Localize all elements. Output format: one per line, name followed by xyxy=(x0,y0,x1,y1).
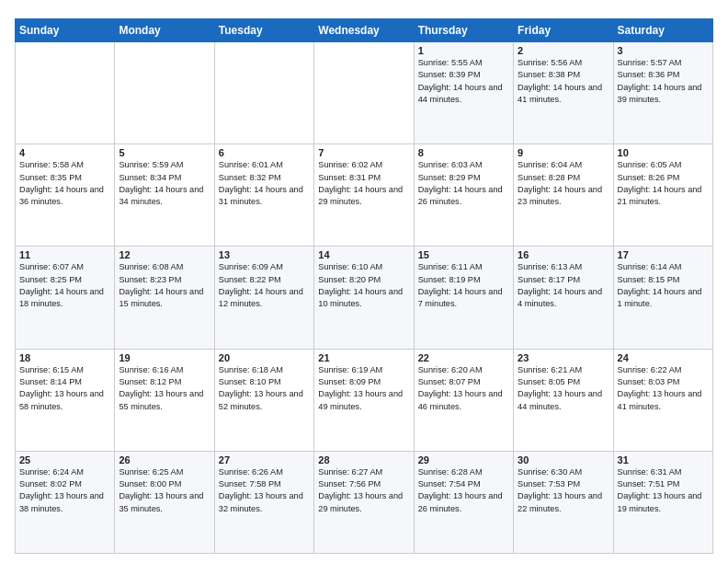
calendar-cell: 16Sunrise: 6:13 AMSunset: 8:17 PMDayligh… xyxy=(514,247,613,349)
calendar-cell: 30Sunrise: 6:30 AMSunset: 7:53 PMDayligh… xyxy=(514,451,613,553)
day-number: 11 xyxy=(19,249,110,260)
day-info: Sunrise: 6:15 AMSunset: 8:14 PMDaylight:… xyxy=(19,364,110,413)
day-info: Sunrise: 6:02 AMSunset: 8:31 PMDaylight:… xyxy=(318,159,409,208)
day-number: 18 xyxy=(19,352,110,363)
day-number: 2 xyxy=(518,45,609,56)
day-info: Sunrise: 6:08 AMSunset: 8:23 PMDaylight:… xyxy=(119,261,210,310)
day-number: 29 xyxy=(418,454,509,465)
day-info: Sunrise: 5:58 AMSunset: 8:35 PMDaylight:… xyxy=(19,159,110,208)
calendar-cell: 3Sunrise: 5:57 AMSunset: 8:36 PMDaylight… xyxy=(613,42,712,144)
day-number: 28 xyxy=(318,454,409,465)
day-number: 17 xyxy=(618,249,709,260)
day-number: 16 xyxy=(518,249,609,260)
calendar-cell: 13Sunrise: 6:09 AMSunset: 8:22 PMDayligh… xyxy=(214,247,313,349)
calendar-cell: 1Sunrise: 5:55 AMSunset: 8:39 PMDaylight… xyxy=(414,42,513,144)
calendar-week-row: 18Sunrise: 6:15 AMSunset: 8:14 PMDayligh… xyxy=(16,349,713,451)
calendar-cell: 8Sunrise: 6:03 AMSunset: 8:29 PMDaylight… xyxy=(414,144,513,247)
day-number: 5 xyxy=(119,147,210,158)
day-info: Sunrise: 6:27 AMSunset: 7:56 PMDaylight:… xyxy=(318,466,409,515)
calendar-cell: 21Sunrise: 6:19 AMSunset: 8:09 PMDayligh… xyxy=(314,349,414,451)
day-info: Sunrise: 6:19 AMSunset: 8:09 PMDaylight:… xyxy=(318,364,409,413)
day-info: Sunrise: 6:16 AMSunset: 8:12 PMDaylight:… xyxy=(119,364,210,413)
day-info: Sunrise: 6:03 AMSunset: 8:29 PMDaylight:… xyxy=(418,159,509,208)
calendar-cell: 19Sunrise: 6:16 AMSunset: 8:12 PMDayligh… xyxy=(115,349,214,451)
weekday-header: Friday xyxy=(514,19,613,42)
day-info: Sunrise: 6:10 AMSunset: 8:20 PMDaylight:… xyxy=(318,261,409,310)
day-info: Sunrise: 6:14 AMSunset: 8:15 PMDaylight:… xyxy=(618,261,709,310)
day-info: Sunrise: 6:04 AMSunset: 8:28 PMDaylight:… xyxy=(518,159,609,208)
header: General Blue xyxy=(15,13,713,15)
calendar-cell: 17Sunrise: 6:14 AMSunset: 8:15 PMDayligh… xyxy=(613,247,712,349)
calendar-cell: 2Sunrise: 5:56 AMSunset: 8:38 PMDaylight… xyxy=(514,42,613,144)
day-number: 21 xyxy=(318,352,409,363)
day-info: Sunrise: 6:25 AMSunset: 8:00 PMDaylight:… xyxy=(119,466,210,515)
calendar-header-row: SundayMondayTuesdayWednesdayThursdayFrid… xyxy=(16,19,713,42)
weekday-header: Sunday xyxy=(16,19,115,42)
calendar-week-row: 11Sunrise: 6:07 AMSunset: 8:25 PMDayligh… xyxy=(16,247,713,349)
day-info: Sunrise: 6:13 AMSunset: 8:17 PMDaylight:… xyxy=(518,261,609,310)
day-number: 6 xyxy=(219,147,310,158)
weekday-header: Saturday xyxy=(613,19,712,42)
day-number: 20 xyxy=(219,352,310,363)
calendar-week-row: 4Sunrise: 5:58 AMSunset: 8:35 PMDaylight… xyxy=(16,144,713,247)
calendar-cell: 14Sunrise: 6:10 AMSunset: 8:20 PMDayligh… xyxy=(314,247,414,349)
day-number: 30 xyxy=(518,454,609,465)
calendar-cell: 23Sunrise: 6:21 AMSunset: 8:05 PMDayligh… xyxy=(514,349,613,451)
calendar-cell: 9Sunrise: 6:04 AMSunset: 8:28 PMDaylight… xyxy=(514,144,613,247)
day-info: Sunrise: 5:56 AMSunset: 8:38 PMDaylight:… xyxy=(518,57,609,106)
day-info: Sunrise: 6:18 AMSunset: 8:10 PMDaylight:… xyxy=(219,364,310,413)
day-info: Sunrise: 6:09 AMSunset: 8:22 PMDaylight:… xyxy=(219,261,310,310)
calendar-cell: 11Sunrise: 6:07 AMSunset: 8:25 PMDayligh… xyxy=(16,247,115,349)
page: General Blue SundayMondayTuesdayWednesda… xyxy=(0,0,728,563)
weekday-header: Tuesday xyxy=(214,19,313,42)
weekday-header: Monday xyxy=(115,19,214,42)
day-number: 26 xyxy=(119,454,210,465)
calendar-cell: 10Sunrise: 6:05 AMSunset: 8:26 PMDayligh… xyxy=(613,144,712,247)
calendar-cell: 4Sunrise: 5:58 AMSunset: 8:35 PMDaylight… xyxy=(16,144,115,247)
day-info: Sunrise: 5:57 AMSunset: 8:36 PMDaylight:… xyxy=(618,57,709,106)
day-info: Sunrise: 6:20 AMSunset: 8:07 PMDaylight:… xyxy=(418,364,509,413)
day-number: 3 xyxy=(618,45,709,56)
weekday-header: Wednesday xyxy=(314,19,414,42)
calendar-cell: 22Sunrise: 6:20 AMSunset: 8:07 PMDayligh… xyxy=(414,349,513,451)
day-info: Sunrise: 5:55 AMSunset: 8:39 PMDaylight:… xyxy=(418,57,509,106)
day-info: Sunrise: 6:28 AMSunset: 7:54 PMDaylight:… xyxy=(418,466,509,515)
day-info: Sunrise: 6:07 AMSunset: 8:25 PMDaylight:… xyxy=(19,261,110,310)
calendar-cell: 12Sunrise: 6:08 AMSunset: 8:23 PMDayligh… xyxy=(115,247,214,349)
day-number: 23 xyxy=(518,352,609,363)
calendar-cell: 18Sunrise: 6:15 AMSunset: 8:14 PMDayligh… xyxy=(16,349,115,451)
day-info: Sunrise: 6:01 AMSunset: 8:32 PMDaylight:… xyxy=(219,159,310,208)
calendar-cell xyxy=(214,42,313,144)
day-info: Sunrise: 6:21 AMSunset: 8:05 PMDaylight:… xyxy=(518,364,609,413)
day-number: 14 xyxy=(318,249,409,260)
day-info: Sunrise: 6:24 AMSunset: 8:02 PMDaylight:… xyxy=(19,466,110,515)
day-number: 24 xyxy=(618,352,709,363)
calendar-cell: 26Sunrise: 6:25 AMSunset: 8:00 PMDayligh… xyxy=(115,451,214,553)
day-info: Sunrise: 6:05 AMSunset: 8:26 PMDaylight:… xyxy=(618,159,709,208)
calendar-cell: 7Sunrise: 6:02 AMSunset: 8:31 PMDaylight… xyxy=(314,144,414,247)
day-info: Sunrise: 5:59 AMSunset: 8:34 PMDaylight:… xyxy=(119,159,210,208)
calendar: SundayMondayTuesdayWednesdayThursdayFrid… xyxy=(15,18,713,554)
calendar-week-row: 1Sunrise: 5:55 AMSunset: 8:39 PMDaylight… xyxy=(16,42,713,144)
calendar-cell: 29Sunrise: 6:28 AMSunset: 7:54 PMDayligh… xyxy=(414,451,513,553)
calendar-cell: 31Sunrise: 6:31 AMSunset: 7:51 PMDayligh… xyxy=(613,451,712,553)
calendar-cell xyxy=(314,42,414,144)
day-number: 9 xyxy=(518,147,609,158)
day-number: 31 xyxy=(618,454,709,465)
day-info: Sunrise: 6:22 AMSunset: 8:03 PMDaylight:… xyxy=(618,364,709,413)
calendar-cell: 20Sunrise: 6:18 AMSunset: 8:10 PMDayligh… xyxy=(214,349,313,451)
day-number: 25 xyxy=(19,454,110,465)
day-number: 4 xyxy=(19,147,110,158)
day-number: 10 xyxy=(618,147,709,158)
calendar-cell: 6Sunrise: 6:01 AMSunset: 8:32 PMDaylight… xyxy=(214,144,313,247)
weekday-header: Thursday xyxy=(414,19,513,42)
calendar-cell: 28Sunrise: 6:27 AMSunset: 7:56 PMDayligh… xyxy=(314,451,414,553)
day-info: Sunrise: 6:30 AMSunset: 7:53 PMDaylight:… xyxy=(518,466,609,515)
calendar-cell: 5Sunrise: 5:59 AMSunset: 8:34 PMDaylight… xyxy=(115,144,214,247)
day-number: 13 xyxy=(219,249,310,260)
day-number: 19 xyxy=(119,352,210,363)
calendar-cell xyxy=(115,42,214,144)
day-info: Sunrise: 6:11 AMSunset: 8:19 PMDaylight:… xyxy=(418,261,509,310)
day-number: 15 xyxy=(418,249,509,260)
day-info: Sunrise: 6:31 AMSunset: 7:51 PMDaylight:… xyxy=(618,466,709,515)
